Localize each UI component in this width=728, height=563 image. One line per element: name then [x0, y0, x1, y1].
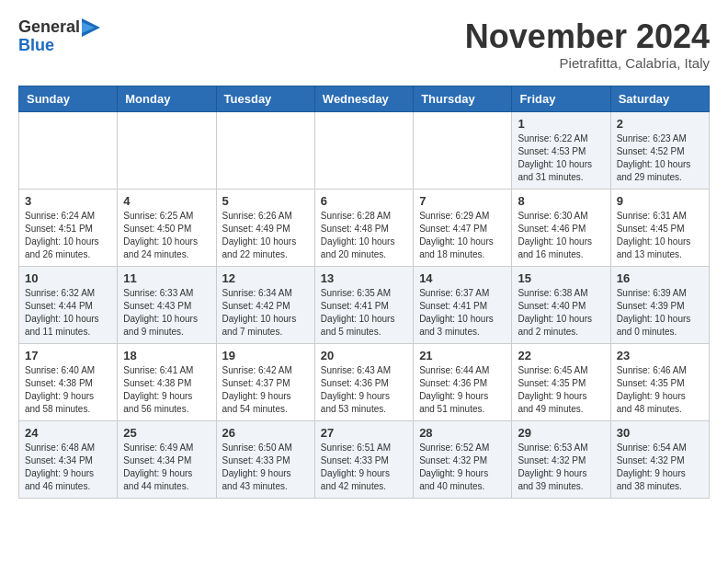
day-info: Sunrise: 6:40 AM Sunset: 4:38 PM Dayligh… — [25, 364, 111, 416]
calendar-cell — [314, 111, 413, 189]
calendar-cell: 27Sunrise: 6:51 AM Sunset: 4:33 PM Dayli… — [314, 420, 413, 498]
day-number: 28 — [419, 426, 506, 440]
day-info: Sunrise: 6:24 AM Sunset: 4:51 PM Dayligh… — [25, 210, 111, 261]
day-info: Sunrise: 6:34 AM Sunset: 4:42 PM Dayligh… — [222, 287, 309, 339]
day-info: Sunrise: 6:48 AM Sunset: 4:34 PM Dayligh… — [25, 442, 111, 493]
day-info: Sunrise: 6:51 AM Sunset: 4:33 PM Dayligh… — [321, 442, 407, 493]
day-info: Sunrise: 6:22 AM Sunset: 4:53 PM Dayligh… — [518, 132, 604, 184]
day-number: 23 — [617, 349, 703, 362]
calendar-week-5: 24Sunrise: 6:48 AM Sunset: 4:34 PM Dayli… — [19, 420, 710, 498]
calendar-cell: 20Sunrise: 6:43 AM Sunset: 4:36 PM Dayli… — [314, 343, 413, 420]
day-number: 16 — [617, 271, 703, 285]
calendar-cell: 5Sunrise: 6:26 AM Sunset: 4:49 PM Daylig… — [216, 189, 314, 266]
day-info: Sunrise: 6:23 AM Sunset: 4:52 PM Dayligh… — [617, 132, 703, 184]
location: Pietrafitta, Calabria, Italy — [465, 55, 710, 71]
day-number: 15 — [518, 271, 604, 285]
calendar-cell: 15Sunrise: 6:38 AM Sunset: 4:40 PM Dayli… — [512, 266, 610, 343]
day-number: 13 — [321, 271, 407, 285]
day-number: 24 — [25, 426, 111, 440]
logo-blue: Blue — [18, 37, 100, 55]
day-number: 18 — [123, 349, 210, 362]
day-number: 7 — [419, 194, 506, 208]
calendar-cell: 4Sunrise: 6:25 AM Sunset: 4:50 PM Daylig… — [118, 189, 216, 266]
calendar-cell — [118, 111, 216, 189]
day-info: Sunrise: 6:46 AM Sunset: 4:35 PM Dayligh… — [617, 364, 703, 416]
day-number: 2 — [617, 117, 703, 131]
header-monday: Monday — [118, 86, 216, 111]
calendar-cell: 28Sunrise: 6:52 AM Sunset: 4:32 PM Dayli… — [414, 420, 512, 498]
calendar-cell: 21Sunrise: 6:44 AM Sunset: 4:36 PM Dayli… — [414, 343, 512, 420]
day-number: 1 — [518, 117, 604, 131]
calendar-week-3: 10Sunrise: 6:32 AM Sunset: 4:44 PM Dayli… — [19, 266, 710, 343]
day-info: Sunrise: 6:28 AM Sunset: 4:48 PM Dayligh… — [321, 210, 407, 261]
day-number: 11 — [123, 271, 210, 285]
day-number: 9 — [617, 194, 703, 208]
day-info: Sunrise: 6:42 AM Sunset: 4:37 PM Dayligh… — [222, 364, 309, 416]
calendar-cell: 26Sunrise: 6:50 AM Sunset: 4:33 PM Dayli… — [216, 420, 314, 498]
day-number: 22 — [518, 349, 604, 362]
calendar-cell: 24Sunrise: 6:48 AM Sunset: 4:34 PM Dayli… — [19, 420, 118, 498]
day-number: 29 — [518, 426, 604, 440]
calendar-cell: 8Sunrise: 6:30 AM Sunset: 4:46 PM Daylig… — [512, 189, 610, 266]
day-number: 27 — [321, 426, 407, 440]
calendar-week-4: 17Sunrise: 6:40 AM Sunset: 4:38 PM Dayli… — [19, 343, 710, 420]
day-number: 8 — [518, 194, 604, 208]
day-info: Sunrise: 6:32 AM Sunset: 4:44 PM Dayligh… — [25, 287, 111, 339]
calendar-cell — [19, 111, 118, 189]
calendar-cell: 30Sunrise: 6:54 AM Sunset: 4:32 PM Dayli… — [610, 420, 709, 498]
calendar-cell: 2Sunrise: 6:23 AM Sunset: 4:52 PM Daylig… — [610, 111, 709, 189]
calendar-header-row: SundayMondayTuesdayWednesdayThursdayFrid… — [19, 86, 710, 111]
calendar-cell: 12Sunrise: 6:34 AM Sunset: 4:42 PM Dayli… — [216, 266, 314, 343]
day-info: Sunrise: 6:52 AM Sunset: 4:32 PM Dayligh… — [419, 442, 506, 493]
day-info: Sunrise: 6:33 AM Sunset: 4:43 PM Dayligh… — [123, 287, 210, 339]
calendar-table: SundayMondayTuesdayWednesdayThursdayFrid… — [18, 86, 710, 499]
day-number: 6 — [321, 194, 407, 208]
day-info: Sunrise: 6:29 AM Sunset: 4:47 PM Dayligh… — [419, 210, 506, 261]
day-number: 30 — [617, 426, 703, 440]
day-number: 26 — [222, 426, 309, 440]
calendar-cell: 18Sunrise: 6:41 AM Sunset: 4:38 PM Dayli… — [118, 343, 216, 420]
calendar-cell: 3Sunrise: 6:24 AM Sunset: 4:51 PM Daylig… — [19, 189, 118, 266]
day-info: Sunrise: 6:31 AM Sunset: 4:45 PM Dayligh… — [617, 210, 703, 261]
calendar-cell: 25Sunrise: 6:49 AM Sunset: 4:34 PM Dayli… — [118, 420, 216, 498]
day-info: Sunrise: 6:26 AM Sunset: 4:49 PM Dayligh… — [222, 210, 309, 261]
day-info: Sunrise: 6:41 AM Sunset: 4:38 PM Dayligh… — [123, 364, 210, 416]
day-info: Sunrise: 6:38 AM Sunset: 4:40 PM Dayligh… — [518, 287, 604, 339]
calendar-cell — [216, 111, 314, 189]
day-info: Sunrise: 6:37 AM Sunset: 4:41 PM Dayligh… — [419, 287, 506, 339]
header-tuesday: Tuesday — [216, 86, 314, 111]
day-number: 10 — [25, 271, 111, 285]
header-wednesday: Wednesday — [314, 86, 413, 111]
calendar-cell: 14Sunrise: 6:37 AM Sunset: 4:41 PM Dayli… — [414, 266, 512, 343]
day-info: Sunrise: 6:44 AM Sunset: 4:36 PM Dayligh… — [419, 364, 506, 416]
day-info: Sunrise: 6:25 AM Sunset: 4:50 PM Dayligh… — [123, 210, 210, 261]
calendar-cell: 16Sunrise: 6:39 AM Sunset: 4:39 PM Dayli… — [610, 266, 709, 343]
calendar-cell: 6Sunrise: 6:28 AM Sunset: 4:48 PM Daylig… — [314, 189, 413, 266]
day-info: Sunrise: 6:35 AM Sunset: 4:41 PM Dayligh… — [321, 287, 407, 339]
day-info: Sunrise: 6:45 AM Sunset: 4:35 PM Dayligh… — [518, 364, 604, 416]
header-friday: Friday — [512, 86, 610, 111]
calendar-week-2: 3Sunrise: 6:24 AM Sunset: 4:51 PM Daylig… — [19, 189, 710, 266]
header-saturday: Saturday — [610, 86, 709, 111]
header-thursday: Thursday — [414, 86, 512, 111]
calendar-cell: 13Sunrise: 6:35 AM Sunset: 4:41 PM Dayli… — [314, 266, 413, 343]
day-number: 19 — [222, 349, 309, 362]
day-number: 21 — [419, 349, 506, 362]
day-info: Sunrise: 6:30 AM Sunset: 4:46 PM Dayligh… — [518, 210, 604, 261]
calendar-cell: 9Sunrise: 6:31 AM Sunset: 4:45 PM Daylig… — [610, 189, 709, 266]
day-info: Sunrise: 6:43 AM Sunset: 4:36 PM Dayligh… — [321, 364, 407, 416]
day-info: Sunrise: 6:54 AM Sunset: 4:32 PM Dayligh… — [617, 442, 703, 493]
title-block: November 2024 Pietrafitta, Calabria, Ita… — [465, 18, 710, 71]
day-number: 5 — [222, 194, 309, 208]
logo-general: General — [18, 18, 80, 37]
day-number: 17 — [25, 349, 111, 362]
calendar-cell: 11Sunrise: 6:33 AM Sunset: 4:43 PM Dayli… — [118, 266, 216, 343]
month-title: November 2024 — [465, 18, 710, 55]
day-number: 3 — [25, 194, 111, 208]
calendar-cell: 10Sunrise: 6:32 AM Sunset: 4:44 PM Dayli… — [19, 266, 118, 343]
day-info: Sunrise: 6:39 AM Sunset: 4:39 PM Dayligh… — [617, 287, 703, 339]
calendar-cell: 17Sunrise: 6:40 AM Sunset: 4:38 PM Dayli… — [19, 343, 118, 420]
day-number: 20 — [321, 349, 407, 362]
day-number: 12 — [222, 271, 309, 285]
calendar-cell — [414, 111, 512, 189]
